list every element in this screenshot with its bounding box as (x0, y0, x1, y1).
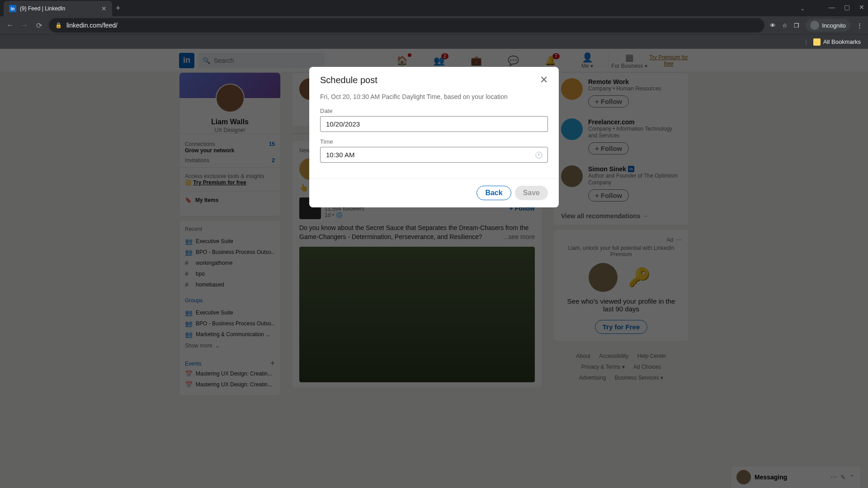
linkedin-favicon: in (9, 5, 16, 12)
scheduled-datetime-text: Fri, Oct 20, 10:30 AM Pacific Daylight T… (320, 93, 548, 100)
folder-icon (813, 38, 821, 46)
all-bookmarks[interactable]: | All Bookmarks (806, 38, 861, 46)
back-button[interactable]: Back (476, 186, 511, 200)
schedule-post-modal: Schedule post ✕ Fri, Oct 20, 10:30 AM Pa… (309, 67, 559, 207)
incognito-icon (810, 21, 819, 30)
browser-tab[interactable]: in (9) Feed | LinkedIn ✕ (4, 1, 112, 16)
minimize-icon[interactable]: — (829, 4, 835, 11)
modal-close-icon[interactable]: ✕ (540, 74, 548, 86)
date-label: Date (320, 108, 548, 114)
url-bar[interactable]: 🔒 linkedin.com/feed/ (49, 18, 764, 33)
maximize-icon[interactable]: ▢ (844, 4, 850, 11)
browser-menu-icon[interactable]: ⋮ (857, 22, 863, 29)
nav-reload-icon[interactable]: ⟳ (34, 21, 43, 30)
save-button[interactable]: Save (515, 186, 548, 200)
incognito-label: Incognito (822, 22, 846, 29)
modal-title: Schedule post (320, 75, 377, 85)
close-window-icon[interactable]: ✕ (859, 4, 864, 11)
bookmark-star-icon[interactable]: ☆ (782, 22, 788, 29)
lock-icon: 🔒 (55, 22, 62, 28)
date-input[interactable] (320, 116, 548, 132)
time-input[interactable] (320, 147, 548, 163)
extensions-icon[interactable]: ❐ (794, 22, 799, 29)
tab-title: (9) Feed | LinkedIn (20, 5, 98, 12)
incognito-badge[interactable]: Incognito (806, 19, 850, 32)
tabs-dropdown-icon[interactable]: ⌄ (800, 5, 805, 12)
clock-icon[interactable]: 🕐 (535, 151, 542, 159)
eye-blocked-icon[interactable]: 👁 (770, 22, 776, 29)
new-tab-button[interactable]: + (116, 4, 121, 13)
nav-back-icon[interactable]: ← (5, 21, 14, 29)
tab-close-icon[interactable]: ✕ (101, 5, 107, 12)
all-bookmarks-label: All Bookmarks (823, 38, 861, 45)
url-text: linkedin.com/feed/ (66, 22, 118, 29)
nav-forward-icon[interactable]: → (20, 21, 29, 29)
bookmarks-separator: | (806, 38, 807, 45)
time-label: Time (320, 138, 548, 145)
